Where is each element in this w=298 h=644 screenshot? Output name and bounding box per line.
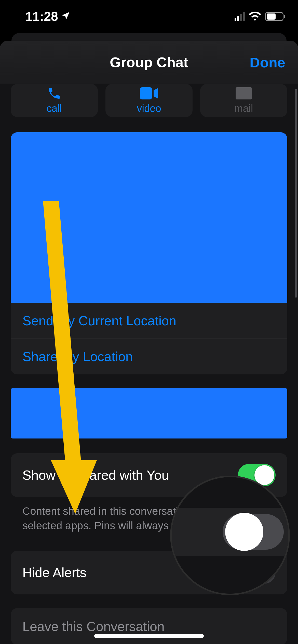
status-bar: 11:28 bbox=[0, 0, 298, 28]
call-label: call bbox=[47, 103, 62, 114]
svg-rect-0 bbox=[140, 87, 152, 99]
leave-section: Leave this Conversation bbox=[11, 608, 287, 644]
nav-bar: Group Chat Done bbox=[0, 41, 298, 84]
call-button[interactable]: call bbox=[11, 84, 98, 117]
redacted-group-name bbox=[11, 388, 287, 438]
status-time-area: 11:28 bbox=[25, 9, 71, 24]
hide-alerts-label: Hide Alerts bbox=[22, 565, 86, 580]
cellular-signal-icon bbox=[235, 12, 245, 21]
participants-section: Send My Current Location Share My Locati… bbox=[11, 132, 287, 374]
send-current-location-button[interactable]: Send My Current Location bbox=[11, 303, 287, 339]
share-my-location-button[interactable]: Share My Location bbox=[11, 339, 287, 374]
video-button[interactable]: video bbox=[105, 84, 193, 117]
annotation-magnifier bbox=[170, 476, 290, 595]
page-title: Group Chat bbox=[110, 54, 188, 70]
status-right bbox=[235, 11, 285, 22]
done-button[interactable]: Done bbox=[250, 54, 285, 70]
mail-label: mail bbox=[234, 103, 253, 114]
video-label: video bbox=[137, 103, 161, 114]
mail-button: mail bbox=[200, 84, 287, 117]
home-indicator bbox=[94, 634, 204, 638]
phone-icon bbox=[47, 87, 61, 100]
leave-conversation-button[interactable]: Leave this Conversation bbox=[11, 608, 287, 644]
location-arrow-icon bbox=[61, 9, 71, 24]
mail-icon bbox=[236, 87, 252, 100]
contact-actions-row: call video mail bbox=[11, 84, 287, 117]
battery-icon bbox=[265, 12, 285, 21]
wifi-icon bbox=[249, 11, 261, 22]
status-time: 11:28 bbox=[25, 9, 58, 24]
redacted-participants bbox=[11, 132, 287, 303]
scroll-indicator bbox=[295, 89, 297, 298]
magnified-toggle bbox=[223, 514, 284, 550]
magnified-row bbox=[170, 508, 290, 556]
shared-with-you-label: Show in Shared with You bbox=[22, 467, 169, 483]
leave-conversation-label: Leave this Conversation bbox=[22, 619, 165, 634]
video-icon bbox=[140, 87, 158, 100]
